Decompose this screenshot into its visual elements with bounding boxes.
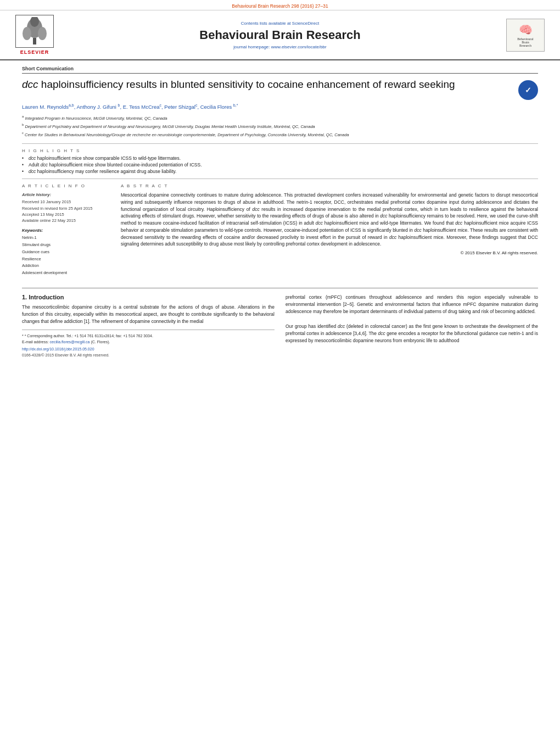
abstract-paragraph: Mesocortical dopamine connectivity conti… bbox=[121, 192, 538, 248]
article-ids: http://dx.doi.org/10.1016/j.bbr.2015.05.… bbox=[22, 347, 275, 358]
author-2: Anthony J. Gifuni b bbox=[77, 104, 120, 110]
keywords-label: Keywords: bbox=[22, 228, 110, 233]
article-info-label: A R T I C L E I N F O bbox=[22, 183, 110, 188]
contents-label: Contents lists available at bbox=[241, 21, 291, 26]
journal-header: ELSEVIER Contents lists available at Sci… bbox=[0, 10, 560, 60]
keywords-section: Keywords: Netrin-1 Stimulant drugs Guida… bbox=[22, 228, 110, 277]
footnote-tel: * Corresponding author. Tel.: +1 514 761… bbox=[25, 334, 153, 338]
article-info-col: A R T I C L E I N F O Article history: R… bbox=[22, 183, 110, 277]
author-3: E. Tess McCreac bbox=[123, 104, 161, 110]
intro-left-text: The mesocorticolimbic dopamine circuitry… bbox=[22, 304, 275, 326]
footnote-corresponding: * * Corresponding author. Tel.: +1 514 7… bbox=[22, 333, 275, 339]
divider-1 bbox=[22, 143, 538, 144]
homepage-link[interactable]: www.elsevier.com/locate/bbr bbox=[271, 44, 327, 49]
available-date: Available online 22 May 2015 bbox=[22, 218, 76, 223]
intro-right-col: prefrontal cortex (mPFC) continues throu… bbox=[285, 294, 538, 359]
svg-rect-0 bbox=[33, 38, 36, 44]
intro-section-title: 1. Introduction bbox=[22, 294, 275, 300]
authors-line: Lauren M. Reynoldsa,b, Anthony J. Gifuni… bbox=[22, 103, 538, 110]
title-main-part: haploinsufficiency results in blunted se… bbox=[38, 79, 455, 90]
keyword-1: Netrin-1 bbox=[22, 235, 110, 242]
article-title: dcc haploinsufficiency results in blunte… bbox=[22, 78, 512, 92]
svg-point-2 bbox=[23, 27, 31, 40]
keyword-6: Adolescent development bbox=[22, 270, 110, 277]
accepted-date: Accepted 13 May 2015 bbox=[22, 212, 64, 217]
doi-link[interactable]: http://dx.doi.org/10.1016/j.bbr.2015.05.… bbox=[22, 347, 94, 351]
homepage-label: journal homepage: bbox=[233, 44, 270, 49]
received-revised-date: Received in revised form 25 April 2015 bbox=[22, 206, 92, 211]
introduction-section: 1. Introduction The mesocorticolimbic do… bbox=[0, 294, 560, 359]
footnote-area: * * Corresponding author. Tel.: +1 514 7… bbox=[22, 330, 275, 358]
abstract-text: Mesocortical dopamine connectivity conti… bbox=[121, 192, 538, 256]
journal-logo-box: 🧠 BehaviouralBrainResearch bbox=[506, 19, 545, 52]
intro-right-text: prefrontal cortex (mPFC) continues throu… bbox=[285, 294, 538, 344]
author-1: Lauren M. Reynoldsa,b bbox=[22, 104, 74, 110]
svg-point-3 bbox=[38, 27, 47, 40]
keyword-2: Stimulant drugs bbox=[22, 242, 110, 249]
crossmark-circle: ✓ bbox=[518, 80, 538, 100]
sciencedirect-link[interactable]: ScienceDirect bbox=[292, 21, 319, 26]
footnote-email-link[interactable]: cecilia.flores@mcgill.ca bbox=[50, 340, 90, 344]
article-type-label: Short Communication bbox=[22, 66, 538, 74]
affiliation-b: b Department of Psychiatry and Departmen… bbox=[22, 122, 538, 130]
top-bar: Behavioural Brain Research 298 (2016) 27… bbox=[0, 0, 560, 10]
footnote-email-suffix: (C. Flores). bbox=[91, 340, 110, 344]
two-col-section: A R T I C L E I N F O Article history: R… bbox=[22, 183, 538, 277]
brain-icon: 🧠 bbox=[519, 23, 533, 36]
author-4: Peter Shizgalc bbox=[164, 104, 197, 110]
journal-reference: Behavioural Brain Research 298 (2016) 27… bbox=[232, 3, 328, 9]
received-date: Received 10 January 2015 bbox=[22, 199, 71, 204]
crossmark-logo[interactable]: ✓ bbox=[518, 80, 538, 100]
article-title-row: dcc haploinsufficiency results in blunte… bbox=[22, 78, 538, 100]
highlights-label: H I G H L I G H T S bbox=[22, 148, 538, 153]
keyword-3: Guidance cues bbox=[22, 249, 110, 256]
highlight-2: Adult dcc haploinsufficient mice show bl… bbox=[22, 162, 538, 168]
keyword-5: Addiction bbox=[22, 263, 110, 270]
affiliations: a Integrated Program in Neuroscience, Mc… bbox=[22, 114, 538, 138]
issn-line: 0166-4328/© 2015 Elsevier B.V. All right… bbox=[22, 353, 109, 357]
journal-center: Contents lists available at ScienceDirec… bbox=[59, 21, 501, 49]
highlight-3: dcc haploinsufficiency may confer resili… bbox=[22, 169, 538, 174]
keyword-4: Resilience bbox=[22, 256, 110, 263]
elsevier-tree-icon bbox=[18, 17, 51, 46]
article-area: Short Communication dcc haploinsufficien… bbox=[0, 60, 560, 282]
abstract-col: A B S T R A C T Mesocortical dopamine co… bbox=[121, 183, 538, 277]
affiliation-a: a Integrated Program in Neuroscience, Mc… bbox=[22, 114, 538, 121]
highlight-1: dcc haploinsufficient mice show comparab… bbox=[22, 155, 538, 161]
homepage-line: journal homepage: www.elsevier.com/locat… bbox=[65, 44, 495, 49]
article-history-label: Article history: bbox=[22, 192, 110, 198]
elsevier-logo: ELSEVIER bbox=[10, 15, 59, 55]
journal-right-logo: 🧠 BehaviouralBrainResearch bbox=[501, 19, 550, 52]
article-history: Article history: Received 10 January 201… bbox=[22, 192, 110, 224]
footnote-star: * bbox=[22, 334, 24, 338]
elsevier-logo-box bbox=[15, 15, 54, 48]
footnote-email-label: E-mail address: bbox=[22, 340, 49, 344]
intro-paragraph-2: prefrontal cortex (mPFC) continues throu… bbox=[285, 294, 538, 316]
footnote-email-line: E-mail address: cecilia.flores@mcgill.ca… bbox=[22, 339, 275, 345]
page: Behavioural Brain Research 298 (2016) 27… bbox=[0, 0, 560, 742]
highlights-list: dcc haploinsufficient mice show comparab… bbox=[22, 155, 538, 174]
author-5: Cecilia Flores b,* bbox=[200, 104, 238, 110]
intro-paragraph-3: Our group has identified dcc (deleted in… bbox=[285, 323, 538, 345]
highlights-section: H I G H L I G H T S dcc haploinsufficien… bbox=[22, 148, 538, 174]
journal-title: Behavioural Brain Research bbox=[65, 28, 495, 42]
contents-line: Contents lists available at ScienceDirec… bbox=[65, 21, 495, 26]
title-italic-part: dcc bbox=[22, 79, 38, 90]
keywords-list: Netrin-1 Stimulant drugs Guidance cues R… bbox=[22, 235, 110, 277]
intro-paragraph-1: The mesocorticolimbic dopamine circuitry… bbox=[22, 304, 275, 326]
intro-left-col: 1. Introduction The mesocorticolimbic do… bbox=[22, 294, 275, 359]
elsevier-text-label: ELSEVIER bbox=[20, 49, 49, 55]
copyright-line: © 2015 Elsevier B.V. All rights reserved… bbox=[121, 250, 538, 256]
affiliation-c: c Center for Studies in Behavioural Neur… bbox=[22, 131, 538, 138]
journal-logo-text: BehaviouralBrainResearch bbox=[517, 37, 533, 47]
abstract-label: A B S T R A C T bbox=[121, 183, 538, 188]
divider-2 bbox=[22, 178, 538, 179]
bottom-divider bbox=[22, 288, 538, 288]
